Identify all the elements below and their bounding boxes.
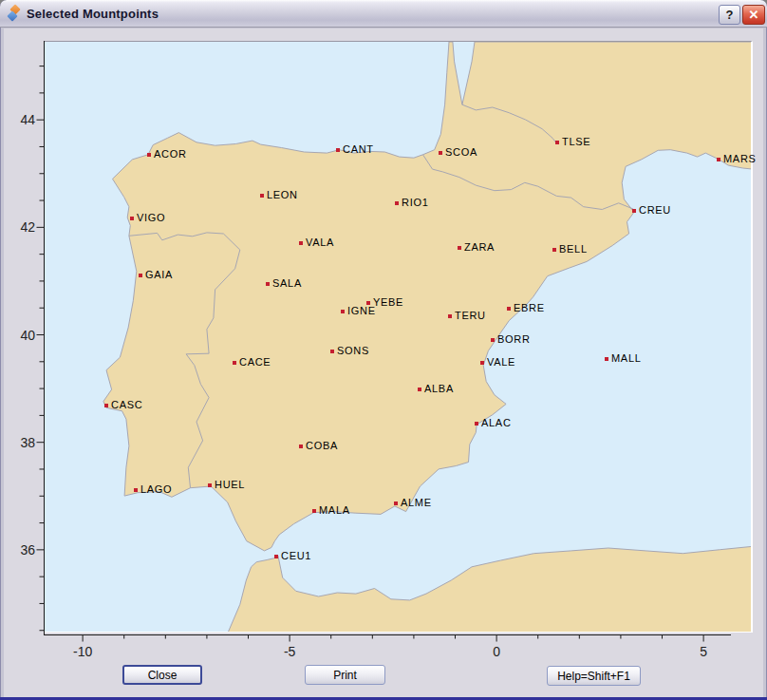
close-icon: ✕ [749, 8, 759, 22]
print-button[interactable]: Print [305, 665, 385, 685]
help-button[interactable]: Help=Shift+F1 [547, 666, 641, 686]
titlebar-help-button[interactable]: ? [719, 5, 740, 25]
titlebar[interactable]: Selected Mountpoints ? ✕ [0, 0, 767, 28]
map-panel [45, 41, 753, 633]
close-button[interactable]: Close [122, 665, 202, 685]
iberia-map [45, 42, 753, 633]
titlebar-close-button[interactable]: ✕ [742, 5, 765, 25]
app-icon [7, 6, 23, 22]
selected-mountpoints-window: Selected Mountpoints ? ✕ -10-50536384042… [0, 0, 767, 700]
question-mark-icon: ? [726, 8, 734, 22]
window-title: Selected Mountpoints [27, 7, 159, 21]
